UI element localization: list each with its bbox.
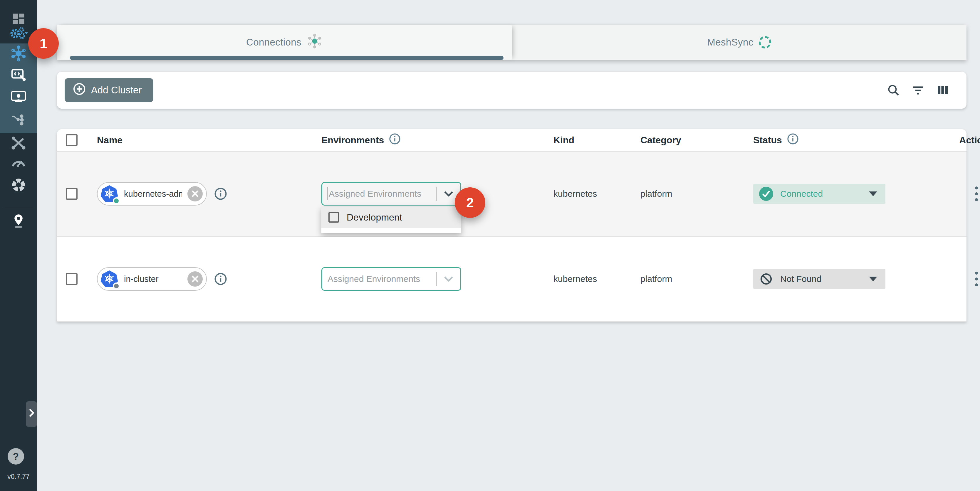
environments-select-wrap: Assigned Environments Development xyxy=(321,267,461,291)
connections-table: Name Environments Kind Category Status A… xyxy=(57,129,966,322)
sidebar-item-adapters[interactable] xyxy=(0,67,37,86)
app-version: v0.7.77 xyxy=(0,473,37,481)
filter-icon[interactable] xyxy=(911,83,925,97)
connection-avatar xyxy=(100,270,119,288)
tab-meshsync[interactable]: MeshSync xyxy=(512,25,966,60)
toolbar-icons xyxy=(886,72,950,109)
environments-select-wrap: Assigned Environments Development 2 xyxy=(321,182,461,205)
assigned-environments-select[interactable]: Assigned Environments xyxy=(321,267,461,291)
sidebar: ? v0.7.77 xyxy=(0,0,37,491)
column-header-status-label: Status xyxy=(753,135,782,146)
table-row: kubernetes-admin... Assigned Environment… xyxy=(57,151,966,237)
column-header-category[interactable]: Category xyxy=(640,135,681,146)
tabbar: Connections MeshSync xyxy=(57,25,966,60)
table-rows: kubernetes-admin... Assigned Environment… xyxy=(57,151,966,322)
connection-name-chip[interactable]: kubernetes-admin... xyxy=(97,182,207,205)
search-icon[interactable] xyxy=(886,83,901,97)
not-found-block-icon xyxy=(759,272,773,286)
connection-name-label: in-cluster xyxy=(124,274,182,284)
row-actions-kebab-icon[interactable] xyxy=(973,184,980,203)
connections-toolbar: Add Cluster xyxy=(57,72,966,109)
kind-cell: kubernetes xyxy=(554,189,597,199)
avatar-status-dot xyxy=(113,283,120,289)
chevron-down-icon[interactable] xyxy=(437,276,460,282)
option-label: Development xyxy=(347,212,402,223)
avatar-status-dot xyxy=(113,197,120,204)
sidebar-divider xyxy=(3,207,33,207)
dashed-ring-icon xyxy=(759,36,771,48)
tab-connections[interactable]: Connections xyxy=(57,25,512,60)
status-label: Not Found xyxy=(780,274,821,284)
sidebar-item-screen-user[interactable] xyxy=(0,88,37,108)
mesh-network-icon xyxy=(307,33,323,51)
sidebar-item-environments-pin[interactable] xyxy=(0,213,37,233)
row-checkbox[interactable] xyxy=(66,273,78,285)
connection-name-chip[interactable]: in-cluster xyxy=(97,267,207,291)
view-columns-icon[interactable] xyxy=(935,83,950,97)
extensions-mosaic-icon xyxy=(10,177,27,195)
add-cluster-button[interactable]: Add Cluster xyxy=(65,78,153,102)
sidebar-item-configuration[interactable] xyxy=(0,135,37,154)
environments-dropdown-menu: Development xyxy=(321,207,461,233)
configuration-tools-icon xyxy=(10,136,27,153)
column-header-name[interactable]: Name xyxy=(97,135,123,146)
table-row: in-cluster Assigned Environments xyxy=(57,237,966,322)
select-all-checkbox[interactable] xyxy=(66,134,78,146)
walkthrough-step-2-badge[interactable]: 2 xyxy=(455,188,485,218)
active-tab-indicator xyxy=(70,56,504,60)
assigned-environments-select[interactable]: Assigned Environments xyxy=(321,182,461,205)
screen-user-icon xyxy=(10,89,27,107)
plus-circle-icon xyxy=(73,83,86,98)
info-icon[interactable] xyxy=(389,133,401,148)
column-header-status[interactable]: Status xyxy=(753,133,799,148)
sidebar-collapse-toggle[interactable] xyxy=(26,401,37,427)
tab-meshsync-label: MeshSync xyxy=(707,37,753,48)
column-header-environments-label: Environments xyxy=(321,135,384,146)
sidebar-item-pipeline[interactable] xyxy=(0,110,37,130)
row-actions-kebab-icon[interactable] xyxy=(973,269,980,289)
environments-placeholder: Assigned Environments xyxy=(322,274,436,284)
pipeline-branch-icon xyxy=(10,111,27,129)
connected-check-icon xyxy=(759,187,773,201)
connection-avatar xyxy=(100,184,119,203)
connection-info-icon[interactable] xyxy=(214,187,228,200)
row-checkbox[interactable] xyxy=(66,188,78,200)
status-dropdown-arrow-icon xyxy=(869,191,877,196)
connection-info-icon[interactable] xyxy=(214,272,228,286)
status-dropdown-arrow-icon xyxy=(869,276,877,281)
environments-placeholder: Assigned Environments xyxy=(322,188,436,200)
status-label: Connected xyxy=(780,189,823,199)
category-cell: platform xyxy=(640,189,672,199)
status-select[interactable]: Not Found xyxy=(753,269,885,289)
delete-connection-icon[interactable] xyxy=(188,271,203,287)
adapters-code-wrench-icon xyxy=(10,68,27,85)
environment-option-development[interactable]: Development xyxy=(321,207,461,228)
delete-connection-icon[interactable] xyxy=(188,186,203,202)
help-button[interactable]: ? xyxy=(8,448,24,465)
tab-connections-label: Connections xyxy=(246,37,301,48)
column-header-environments[interactable]: Environments xyxy=(321,133,401,148)
connections-network-icon xyxy=(10,44,27,65)
location-pin-icon xyxy=(11,213,26,232)
add-cluster-label: Add Cluster xyxy=(91,84,142,96)
meshery-app: ? v0.7.77 1 Connections MeshSync xyxy=(0,0,980,491)
info-icon[interactable] xyxy=(787,133,799,148)
column-header-kind[interactable]: Kind xyxy=(554,135,574,146)
sidebar-item-performance[interactable] xyxy=(0,154,37,174)
lifecycle-gears-icon xyxy=(9,25,28,44)
table-header-row: Name Environments Kind Category Status A… xyxy=(57,129,966,151)
option-checkbox[interactable] xyxy=(328,212,339,222)
text-caret xyxy=(328,188,328,200)
status-select[interactable]: Connected xyxy=(753,184,885,204)
kind-cell: kubernetes xyxy=(554,274,597,284)
category-cell: platform xyxy=(640,274,672,284)
help-label: ? xyxy=(13,451,19,462)
connection-name-label: kubernetes-admin... xyxy=(124,189,182,199)
sidebar-item-extensions[interactable] xyxy=(0,176,37,196)
performance-speedometer-icon xyxy=(10,156,27,172)
walkthrough-step-1-badge[interactable]: 1 xyxy=(28,28,59,59)
column-header-actions: Actions xyxy=(950,135,980,146)
collapse-chevron-icon xyxy=(28,408,35,420)
